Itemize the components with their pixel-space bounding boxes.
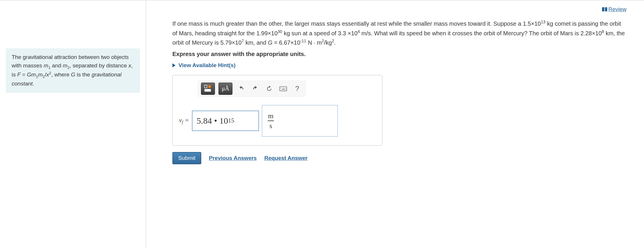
svg-point-4 [281, 88, 281, 88]
answer-value-input[interactable]: 5.84 • 1015 [192, 111, 259, 131]
keyboard-icon [279, 86, 287, 91]
redo-button[interactable] [250, 83, 260, 94]
svg-rect-0 [204, 85, 207, 88]
svg-point-6 [284, 88, 284, 88]
pages-icon [602, 7, 607, 11]
svg-point-10 [285, 89, 286, 90]
svg-rect-3 [280, 87, 287, 91]
problem-statement: If one mass is much greater than the oth… [172, 19, 626, 47]
svg-rect-2 [204, 89, 211, 92]
review-label: Review [608, 6, 626, 13]
unit-denominator: s [268, 120, 274, 130]
reset-icon [266, 85, 272, 92]
unit-numerator: m [266, 112, 275, 120]
express-instruction: Express your answer with the appropriate… [172, 51, 626, 57]
request-answer-link[interactable]: Request Answer [264, 155, 307, 161]
answer-unit-input[interactable]: m s [262, 105, 338, 137]
svg-rect-9 [282, 89, 285, 90]
answer-variable: vf = [179, 116, 189, 125]
info-box: The gravitational attraction between two… [6, 48, 140, 93]
redo-icon [252, 85, 258, 92]
keyboard-button[interactable] [278, 83, 288, 94]
submit-button[interactable]: Submit [172, 152, 201, 164]
symbols-label: μÅ [222, 85, 229, 92]
undo-button[interactable] [236, 83, 246, 94]
svg-point-8 [281, 89, 281, 90]
svg-rect-1 [208, 85, 211, 88]
view-hints[interactable]: View Available Hint(s) [172, 62, 236, 69]
reset-button[interactable] [264, 83, 274, 94]
undo-icon [238, 85, 244, 92]
templates-button[interactable] [201, 83, 215, 95]
unit-fraction: m s [266, 112, 275, 130]
templates-icon [204, 85, 212, 93]
previous-answers-link[interactable]: Previous Answers [209, 155, 257, 161]
help-button[interactable]: ? [292, 83, 302, 94]
equation-toolbar: μÅ ? [198, 81, 306, 97]
hints-label: View Available Hint(s) [178, 62, 236, 69]
symbols-button[interactable]: μÅ [218, 83, 232, 95]
svg-point-5 [282, 88, 283, 88]
review-link[interactable]: Review [602, 6, 626, 13]
answer-panel: μÅ ? [172, 75, 382, 146]
chevron-right-icon [172, 63, 176, 67]
svg-point-7 [285, 88, 286, 88]
